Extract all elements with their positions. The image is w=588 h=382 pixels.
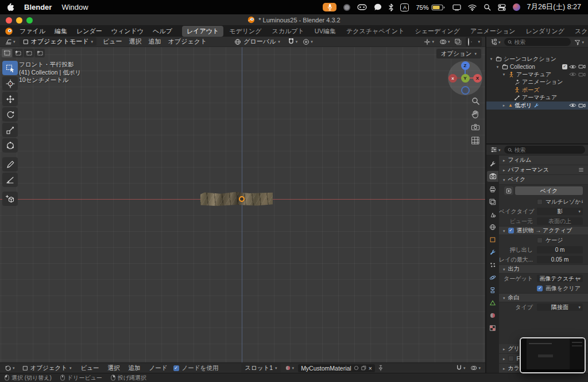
overlays-button[interactable]: ▾ — [438, 38, 451, 45]
chat-bubble-icon[interactable] — [374, 3, 382, 11]
properties-editor-type-button[interactable]: ▾ — [489, 146, 502, 153]
workspace-tab-animation[interactable]: アニメーション — [466, 26, 520, 37]
viewport-menu-view[interactable]: ビュー — [99, 37, 126, 46]
transform-tool[interactable] — [2, 138, 18, 153]
tab-object[interactable] — [487, 234, 498, 245]
viewport-menu-add[interactable]: 追加 — [145, 37, 165, 46]
outliner-filter-button[interactable]: ▾ — [573, 39, 585, 45]
rotate-tool[interactable] — [2, 107, 18, 122]
bake-type-dropdown[interactable]: 影 ▾ — [537, 208, 583, 215]
shader-menu-select[interactable]: 選択 — [105, 364, 123, 372]
select-mode-subtract-button[interactable] — [24, 49, 34, 57]
shading-rendered-button[interactable] — [475, 41, 477, 42]
workspace-tab-shading[interactable]: シェーディング — [410, 26, 465, 37]
from-multires-checkbox[interactable] — [537, 199, 543, 205]
material-name-field[interactable]: MyCustomMaterial × — [298, 364, 375, 372]
add-cube-tool[interactable] — [2, 192, 18, 206]
workspace-tab-uv[interactable]: UV編集 — [310, 26, 341, 37]
measure-tool[interactable] — [2, 173, 18, 187]
workspace-tab-layout[interactable]: レイアウト — [182, 26, 223, 37]
gizmo-axis-y[interactable]: Y — [461, 74, 470, 83]
view-from-dropdown[interactable]: 表面の上 — [537, 217, 583, 225]
extrusion-field[interactable]: 0 m — [537, 246, 583, 254]
shader-menu-node[interactable]: ノード — [146, 364, 171, 372]
collection-checkbox[interactable]: ✓ — [562, 64, 567, 69]
properties-search-input[interactable] — [514, 147, 582, 153]
transform-orientation-dropdown[interactable]: グローバル ▾ — [231, 37, 284, 46]
overlay-node-button[interactable]: ▾ — [469, 365, 482, 371]
zoom-window-button[interactable] — [26, 17, 33, 24]
bake-render-icon-button[interactable] — [504, 186, 513, 195]
control-center-icon[interactable] — [498, 3, 506, 11]
app-menu[interactable]: Blender — [24, 3, 52, 11]
close-window-button[interactable] — [6, 17, 12, 24]
tab-render[interactable] — [487, 171, 498, 182]
shading-solid-button[interactable] — [471, 41, 472, 42]
tab-physics[interactable] — [487, 272, 498, 283]
shading-material-button[interactable] — [473, 41, 474, 42]
apple-menu-icon[interactable] — [7, 3, 14, 11]
mic-indicator-icon[interactable] — [323, 3, 336, 11]
hide-eye-icon[interactable] — [569, 103, 577, 108]
subsection-margin[interactable]: ▾ 余白 — [499, 293, 588, 302]
use-nodes-checkbox[interactable]: ✓ — [173, 365, 179, 371]
minimize-window-button[interactable] — [16, 17, 22, 24]
cursor-tool[interactable] — [2, 76, 18, 91]
outliner-row-armature[interactable]: ▾ アーマチュア — [486, 71, 588, 79]
select-mode-extend-button[interactable] — [13, 49, 23, 57]
pan-hand-button[interactable] — [471, 110, 480, 119]
tab-modifiers[interactable] — [487, 247, 498, 258]
zoom-button[interactable] — [471, 96, 480, 106]
gizmo-axis-x[interactable]: X — [473, 74, 482, 83]
workspace-tab-rendering[interactable]: レンダリング — [521, 26, 569, 37]
cage-checkbox[interactable] — [537, 237, 543, 243]
select-box-tool[interactable] — [2, 61, 18, 75]
clear-image-checkbox[interactable]: ✓ — [537, 286, 543, 291]
properties-search[interactable] — [504, 146, 585, 154]
hide-eye-icon[interactable] — [569, 64, 577, 69]
tab-constraints[interactable] — [487, 284, 498, 295]
workspace-tab-sculpting[interactable]: スカルプト — [267, 26, 308, 37]
outliner-row-animation[interactable]: アニメーション — [486, 79, 588, 87]
spotlight-search-icon[interactable] — [483, 3, 491, 11]
shader-menu-add[interactable]: 追加 — [126, 364, 144, 372]
shader-menu-view[interactable]: ビュー — [78, 364, 102, 372]
panel-menu-icon[interactable] — [578, 167, 584, 173]
editor-type-button[interactable]: ▾ — [3, 38, 17, 45]
subsection-output[interactable]: ▾ 出力 — [499, 264, 588, 274]
viewport-menu-select[interactable]: 選択 — [126, 37, 145, 46]
select-mode-intersect-button[interactable] — [34, 49, 45, 57]
status-disc-icon[interactable] — [343, 4, 350, 11]
shader-type-dropdown[interactable]: オブジェクト ▾ — [19, 364, 75, 372]
gizmo-axis-z[interactable]: Z — [461, 61, 470, 70]
bluetooth-icon[interactable] — [389, 3, 393, 11]
toggle-ortho-button[interactable] — [471, 136, 480, 145]
tab-view-layer[interactable] — [487, 196, 498, 207]
mesh-object-lowpoly[interactable] — [200, 192, 273, 206]
disable-render-camera-icon[interactable] — [578, 64, 586, 69]
outliner-row-collection[interactable]: ▾ Collection ✓ — [486, 63, 588, 71]
menu-edit[interactable]: 編集 — [51, 27, 71, 36]
camera-view-button[interactable] — [471, 123, 480, 132]
gizmo-axis-z-neg[interactable] — [461, 86, 470, 95]
show-gizmo-button[interactable]: ▾ — [423, 38, 435, 45]
window-menu[interactable]: Window — [61, 3, 88, 11]
fake-user-icon[interactable] — [354, 365, 359, 371]
outliner-row-armature-data[interactable]: アーマチュア — [486, 94, 588, 102]
disable-render-camera-icon[interactable] — [578, 72, 586, 77]
outliner-row-pose[interactable]: ポーズ — [486, 86, 588, 94]
margin-type-dropdown[interactable]: 隣接面 ▾ — [537, 303, 583, 311]
shading-dropdown-icon[interactable]: ▾ — [478, 40, 480, 44]
shader-editor-type-button[interactable]: ▾ — [3, 365, 16, 372]
tab-scene[interactable] — [487, 209, 498, 220]
wifi-icon[interactable] — [468, 4, 477, 11]
slot-dropdown[interactable]: スロット1 ▾ — [241, 364, 280, 372]
outliner-row-scene-collection[interactable]: ▾ シーンコレクション — [486, 55, 588, 63]
move-tool[interactable] — [2, 92, 18, 106]
subsection-selected-to-active[interactable]: ▾ ✓ 選択物 → アクティブ — [499, 226, 588, 235]
tab-object-data[interactable] — [487, 297, 498, 308]
browse-material-button[interactable]: ▾ — [284, 365, 296, 371]
workspace-tab-modeling[interactable]: モデリング — [225, 26, 266, 37]
freestyle-checkbox[interactable] — [508, 356, 514, 361]
duplicate-material-icon[interactable] — [361, 365, 366, 371]
